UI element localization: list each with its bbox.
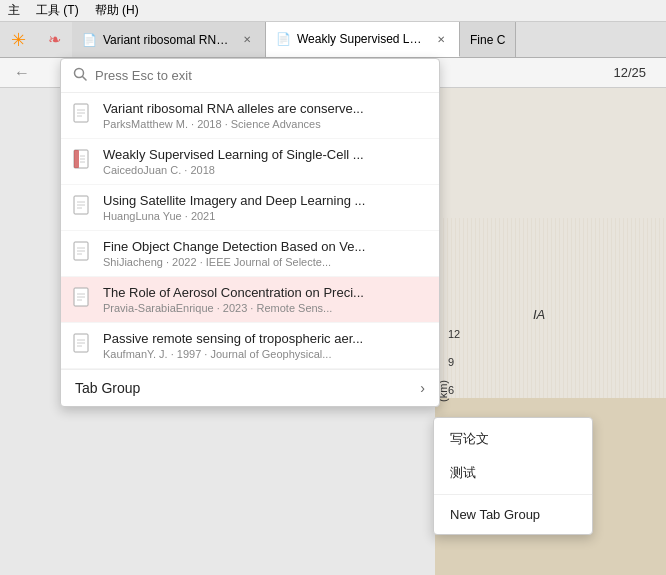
paper-title-2: Weakly Supervised Learning of Single-Cel… <box>103 147 427 162</box>
paper-meta-3: HuangLuna Yue · 2021 <box>103 210 427 222</box>
paper-info-3: Using Satellite Imagery and Deep Learnin… <box>103 193 427 222</box>
back-icon: ← <box>14 64 30 82</box>
file-icon-5 <box>73 287 93 311</box>
menu-item-help[interactable]: 帮助 (H) <box>95 2 139 19</box>
file-icon-2 <box>73 149 93 173</box>
ia-axis-label: IA <box>533 307 545 322</box>
tab-fine-c[interactable]: Fine C <box>460 22 516 57</box>
paper-info-2: Weakly Supervised Learning of Single-Cel… <box>103 147 427 176</box>
menu-item-main[interactable]: 主 <box>8 2 20 19</box>
file-icon-3 <box>73 195 93 219</box>
paper-item-3[interactable]: Using Satellite Imagery and Deep Learnin… <box>61 185 439 231</box>
paper-title-4: Fine Object Change Detection Based on Ve… <box>103 239 427 254</box>
svg-rect-1 <box>435 218 666 398</box>
y-axis-values: 12 9 6 <box>448 328 460 396</box>
paper-item-1[interactable]: Variant ribosomal RNA alleles are conser… <box>61 93 439 139</box>
svg-rect-10 <box>74 150 79 168</box>
paper-list: Variant ribosomal RNA alleles are conser… <box>61 93 439 369</box>
svg-line-4 <box>83 77 87 81</box>
paper-title-1: Variant ribosomal RNA alleles are conser… <box>103 101 427 116</box>
search-dropdown: Variant ribosomal RNA alleles are conser… <box>60 58 440 407</box>
doc-icon-tab2: 📄 <box>276 32 291 46</box>
file-icon-1 <box>73 103 93 127</box>
paper-meta-1: ParksMatthew M. · 2018 · Science Advance… <box>103 118 427 130</box>
paper-info-6: Passive remote sensing of tropospheric a… <box>103 331 427 360</box>
paper-meta-5: Pravia-SarabiaEnrique · 2023 · Remote Se… <box>103 302 427 314</box>
paper-info-5: The Role of Aerosol Concentration on Pre… <box>103 285 427 314</box>
search-header <box>61 59 439 93</box>
file-icon-6 <box>73 333 93 357</box>
tab-bar: ✳ ❧ 📄 Variant ribosomal RNA al... ✕ 📄 We… <box>0 22 666 58</box>
file-icon-4 <box>73 241 93 265</box>
paper-title-3: Using Satellite Imagery and Deep Learnin… <box>103 193 427 208</box>
tab-variant-ribosomal[interactable]: 📄 Variant ribosomal RNA al... ✕ <box>72 22 266 57</box>
paper-title-6: Passive remote sensing of tropospheric a… <box>103 331 427 346</box>
paper-item-4[interactable]: Fine Object Change Detection Based on Ve… <box>61 231 439 277</box>
paper-info-4: Fine Object Change Detection Based on Ve… <box>103 239 427 268</box>
tab-bar-icon-flower[interactable]: ❧ <box>36 22 72 57</box>
page-number: 12/25 <box>613 65 646 80</box>
paper-item-6[interactable]: Passive remote sensing of tropospheric a… <box>61 323 439 369</box>
tab-bar-icon-asterisk[interactable]: ✳ <box>0 22 36 57</box>
tab-weakly-supervised[interactable]: 📄 Weakly Supervised Learn... ✕ <box>266 22 460 57</box>
tab-label-2: Weakly Supervised Learn... <box>297 32 427 46</box>
menu-bar: 主 工具 (T) 帮助 (H) <box>0 0 666 22</box>
search-input[interactable] <box>95 68 427 83</box>
paper-item-5[interactable]: The Role of Aerosol Concentration on Pre… <box>61 277 439 323</box>
context-menu-divider <box>434 494 592 495</box>
tab-close-2[interactable]: ✕ <box>433 31 449 47</box>
flower-icon: ❧ <box>48 30 61 49</box>
tab-label-1: Variant ribosomal RNA al... <box>103 33 233 47</box>
paper-info-1: Variant ribosomal RNA alleles are conser… <box>103 101 427 130</box>
tab-close-1[interactable]: ✕ <box>239 32 255 48</box>
paper-meta-6: KaufmanY. J. · 1997 · Journal of Geophys… <box>103 348 427 360</box>
back-button[interactable]: ← <box>8 59 36 87</box>
chevron-right-icon: › <box>420 380 425 396</box>
asterisk-icon: ✳ <box>11 29 26 51</box>
paper-meta-2: CaicedoJuan C. · 2018 <box>103 164 427 176</box>
context-menu: 写论文 测试 New Tab Group <box>433 417 593 535</box>
tab-group-row[interactable]: Tab Group › <box>61 369 439 406</box>
paper-item-2[interactable]: Weakly Supervised Learning of Single-Cel… <box>61 139 439 185</box>
context-menu-item-new-tab-group[interactable]: New Tab Group <box>434 499 592 530</box>
tab-label-3: Fine C <box>470 33 505 47</box>
tab-group-label: Tab Group <box>75 380 140 396</box>
context-menu-item-1[interactable]: 写论文 <box>434 422 592 456</box>
menu-item-tools[interactable]: 工具 (T) <box>36 2 79 19</box>
context-menu-item-2[interactable]: 测试 <box>434 456 592 490</box>
paper-title-5: The Role of Aerosol Concentration on Pre… <box>103 285 427 300</box>
doc-icon-tab1: 📄 <box>82 33 97 47</box>
search-icon <box>73 67 87 84</box>
paper-meta-4: ShiJiacheng · 2022 · IEEE Journal of Sel… <box>103 256 427 268</box>
